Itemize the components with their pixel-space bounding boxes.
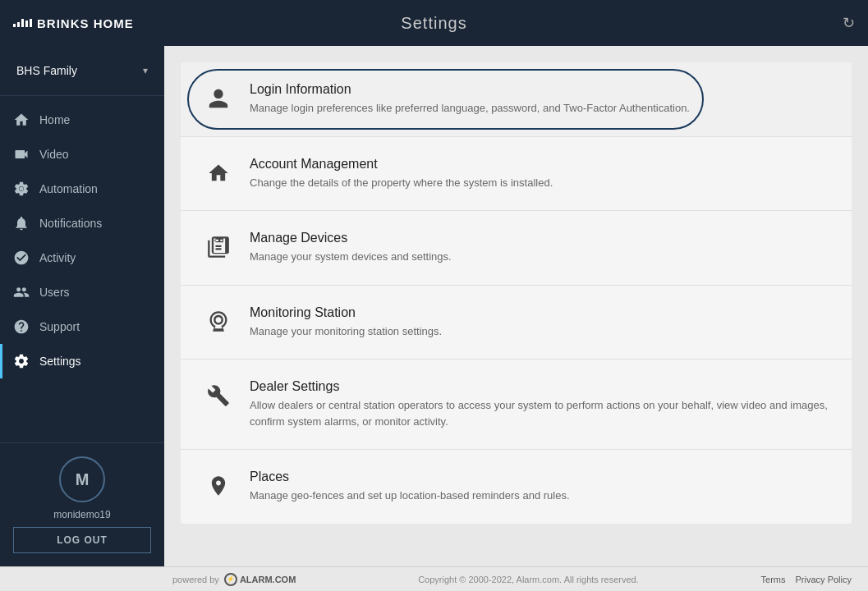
sidebar-nav: Home Video Automation Notifications (0, 96, 164, 442)
footer-terms-link[interactable]: Terms (761, 575, 786, 584)
sidebar-item-notifications[interactable]: Notifications (0, 206, 164, 241)
places-content: Places Manage geo-fences and set up loca… (250, 470, 829, 504)
person-icon (204, 84, 233, 113)
users-icon (13, 284, 30, 300)
sidebar-item-users[interactable]: Users (0, 275, 164, 309)
dealer-settings-desc: Allow dealers or central station operato… (250, 397, 829, 429)
settings-item-account-management[interactable]: Account Management Change the details of… (181, 137, 852, 212)
logo-text: BRINKS HOME (13, 16, 134, 30)
settings-item-monitoring-station[interactable]: Monitoring Station Manage your monitorin… (181, 286, 852, 360)
footer-links: Terms Privacy Policy (761, 575, 852, 584)
video-icon (13, 146, 30, 163)
manage-devices-title: Manage Devices (250, 231, 829, 245)
settings-item-places[interactable]: Places Manage geo-fences and set up loca… (181, 450, 852, 524)
copyright-text: Copyright © 2000-2022, Alarm.com. All ri… (418, 575, 639, 584)
sidebar: BHS Family ▾ Home Video A (0, 46, 164, 566)
monitoring-station-content: Monitoring Station Manage your monitorin… (250, 305, 829, 340)
settings-content: Login Information Manage login preferenc… (164, 46, 868, 566)
alarm-logo-icon: ⚡ (224, 573, 237, 586)
account-selector[interactable]: BHS Family ▾ (10, 59, 154, 82)
dealer-settings-content: Dealer Settings Allow dealers or central… (250, 379, 829, 429)
refresh-icon[interactable]: ↻ (843, 14, 855, 32)
page-title: Settings (401, 14, 466, 33)
monitoring-station-desc: Manage your monitoring station settings. (250, 323, 829, 340)
manage-devices-content: Manage Devices Manage your system device… (250, 231, 829, 265)
powered-by: powered by ⚡ ALARM.COM (172, 573, 296, 586)
sidebar-item-settings[interactable]: Settings (0, 344, 164, 378)
sidebar-item-home[interactable]: Home (0, 103, 164, 137)
sidebar-item-video[interactable]: Video (0, 137, 164, 172)
sidebar-item-automation-label: Automation (39, 182, 98, 195)
sidebar-item-settings-label: Settings (39, 355, 81, 368)
dealer-settings-icon (204, 381, 233, 410)
places-title: Places (250, 470, 829, 484)
login-information-title: Login Information (250, 82, 829, 97)
sidebar-item-support-label: Support (39, 320, 80, 333)
home-icon (13, 112, 30, 128)
settings-item-login-information[interactable]: Login Information Manage login preferenc… (181, 62, 852, 137)
automation-icon (13, 181, 30, 197)
sidebar-item-users-label: Users (39, 286, 70, 299)
sidebar-item-activity-label: Activity (39, 251, 76, 264)
account-management-desc: Change the details of the property where… (250, 175, 829, 191)
manage-devices-icon (204, 232, 233, 262)
sidebar-item-activity[interactable]: Activity (0, 241, 164, 275)
topbar: BRINKS HOME Settings ↻ (0, 0, 868, 46)
sidebar-item-support[interactable]: Support (0, 309, 164, 344)
bottom-bar: powered by ⚡ ALARM.COM Copyright © 2000-… (0, 566, 868, 591)
sidebar-item-video-label: Video (39, 148, 69, 161)
sidebar-item-automation[interactable]: Automation (0, 172, 164, 206)
places-icon (204, 471, 233, 501)
alarm-logo: ⚡ ALARM.COM (224, 573, 296, 586)
places-desc: Manage geo-fences and set up location-ba… (250, 488, 829, 504)
settings-icon (13, 353, 30, 369)
activity-icon (13, 250, 30, 266)
login-information-content: Login Information Manage login preferenc… (250, 82, 829, 117)
svg-point-0 (20, 187, 24, 191)
settings-card: Login Information Manage login preferenc… (181, 62, 852, 524)
account-management-icon (204, 158, 233, 188)
sidebar-item-notifications-label: Notifications (39, 217, 102, 230)
logo: BRINKS HOME (0, 0, 164, 46)
settings-item-dealer-settings[interactable]: Dealer Settings Allow dealers or central… (181, 360, 852, 450)
logo-bars-icon (13, 19, 32, 27)
footer-privacy-link[interactable]: Privacy Policy (796, 575, 852, 584)
login-information-desc: Manage login preferences like preferred … (250, 100, 829, 117)
settings-item-manage-devices[interactable]: Manage Devices Manage your system device… (181, 211, 852, 286)
monitoring-station-icon (204, 307, 233, 337)
support-icon (13, 318, 30, 335)
account-selector-container: BHS Family ▾ (0, 46, 164, 96)
logout-button[interactable]: LOG OUT (13, 527, 151, 553)
username: monidemo19 (53, 509, 110, 520)
chevron-down-icon: ▾ (143, 65, 148, 76)
main-layout: BHS Family ▾ Home Video A (0, 46, 868, 566)
sidebar-footer: M monidemo19 LOG OUT (0, 442, 164, 566)
avatar: M (59, 456, 105, 502)
notifications-icon (13, 215, 30, 231)
manage-devices-desc: Manage your system devices and settings. (250, 249, 829, 265)
sidebar-item-home-label: Home (39, 113, 70, 126)
account-management-title: Account Management (250, 157, 829, 172)
monitoring-station-title: Monitoring Station (250, 305, 829, 320)
account-management-content: Account Management Change the details of… (250, 157, 829, 191)
dealer-settings-title: Dealer Settings (250, 379, 829, 394)
account-name: BHS Family (16, 64, 77, 77)
